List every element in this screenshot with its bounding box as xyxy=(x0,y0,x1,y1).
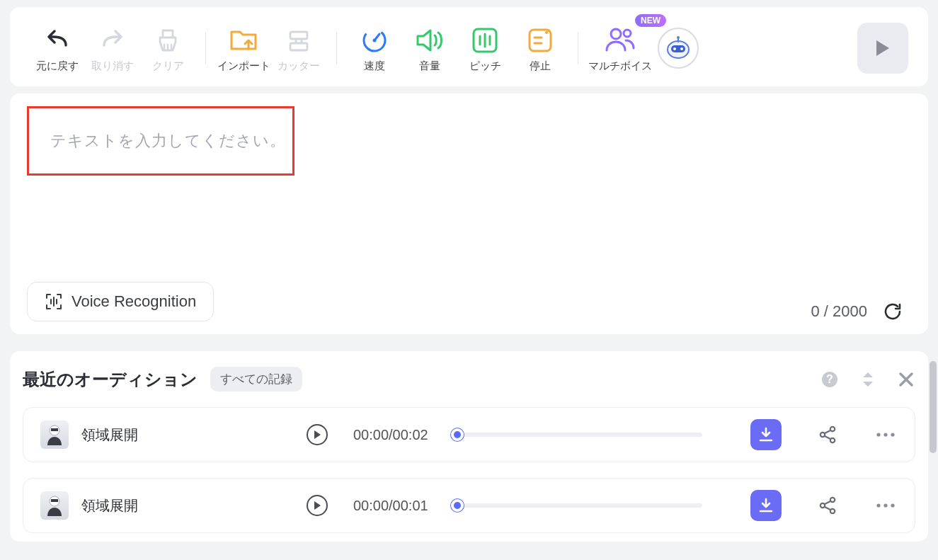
pitch-label: ピッチ xyxy=(469,59,501,73)
download-icon xyxy=(758,427,774,442)
play-icon xyxy=(313,430,321,440)
share-icon xyxy=(818,425,837,445)
play-button[interactable] xyxy=(857,23,908,74)
more-button[interactable] xyxy=(874,423,898,447)
import-label: インポート xyxy=(217,59,270,73)
help-icon: ? xyxy=(820,370,839,389)
audition-time: 00:00/00:02 xyxy=(353,427,428,443)
svg-point-19 xyxy=(830,427,835,431)
help-button[interactable]: ? xyxy=(820,370,839,389)
new-badge: NEW xyxy=(635,14,666,27)
toolbar-group-audio: 速度 音量 ピッチ 停止 xyxy=(347,24,568,73)
more-button[interactable] xyxy=(874,493,898,518)
svg-point-12 xyxy=(680,47,683,50)
svg-point-23 xyxy=(891,433,894,436)
svg-point-30 xyxy=(883,503,887,507)
divider xyxy=(205,32,206,64)
audition-name: 領域展開 xyxy=(81,496,265,515)
play-icon xyxy=(313,501,321,510)
audition-row: 領域展開 00:00/00:01 xyxy=(23,478,915,533)
svg-point-11 xyxy=(673,47,676,50)
svg-point-20 xyxy=(830,438,835,442)
undo-button[interactable]: 元に戻す xyxy=(30,24,85,73)
pitch-icon xyxy=(469,24,501,57)
count-sep: / xyxy=(820,302,833,320)
auditions-title: 最近のオーディション xyxy=(23,368,198,391)
svg-rect-1 xyxy=(290,43,307,50)
count-max: 2000 xyxy=(833,302,867,320)
redo-label: 取り消す xyxy=(91,59,134,73)
speed-label: 速度 xyxy=(364,59,385,73)
audition-play-button[interactable] xyxy=(307,495,328,516)
undo-icon xyxy=(41,24,74,57)
svg-rect-25 xyxy=(51,499,58,502)
close-button[interactable] xyxy=(897,370,915,389)
cutter-label: カッター xyxy=(278,59,320,73)
download-button[interactable] xyxy=(750,490,782,521)
share-button[interactable] xyxy=(816,493,840,518)
svg-point-8 xyxy=(624,30,631,37)
svg-point-7 xyxy=(611,29,621,39)
svg-point-22 xyxy=(883,433,887,436)
more-icon xyxy=(876,503,896,508)
toolbar: 元に戻す 取り消す クリア インポート カッター xyxy=(10,7,928,86)
divider xyxy=(578,32,578,64)
audition-play-button[interactable] xyxy=(307,424,328,445)
pause-button[interactable]: 停止 xyxy=(513,24,568,73)
audition-progress[interactable] xyxy=(454,433,702,437)
speed-icon xyxy=(358,24,391,57)
sort-icon xyxy=(861,371,875,388)
svg-point-27 xyxy=(830,498,835,502)
toolbar-group-history: 元に戻す 取り消す クリア xyxy=(30,24,195,73)
audition-avatar xyxy=(40,421,69,449)
audition-time: 00:00/00:01 xyxy=(353,498,428,514)
auditions-list: 領域展開 00:00/00:02 領域展開 00:0 xyxy=(23,407,915,533)
editor-panel: テキストを入力してください。 Voice Recognition 0 / 200… xyxy=(10,93,928,334)
undo-label: 元に戻す xyxy=(36,59,79,73)
svg-point-3 xyxy=(373,38,377,42)
redo-icon xyxy=(96,24,129,57)
sort-button[interactable] xyxy=(859,370,877,389)
pause-icon xyxy=(524,24,556,57)
progress-knob[interactable] xyxy=(451,499,464,512)
auditions-header: 最近のオーディション すべての記録 ? xyxy=(23,367,915,392)
text-input-highlight[interactable]: テキストを入力してください。 xyxy=(27,106,294,176)
audition-progress[interactable] xyxy=(454,503,702,508)
multivoice-icon xyxy=(604,24,636,57)
redo-button[interactable]: 取り消す xyxy=(85,24,140,73)
voice-recognition-button[interactable]: Voice Recognition xyxy=(27,282,214,321)
close-icon xyxy=(898,372,914,387)
cutter-button[interactable]: カッター xyxy=(271,24,326,73)
volume-label: 音量 xyxy=(419,59,440,73)
cutter-icon xyxy=(282,24,315,57)
voice-recognition-label: Voice Recognition xyxy=(72,292,196,311)
download-icon xyxy=(758,498,774,513)
volume-button[interactable]: 音量 xyxy=(402,24,457,73)
brush-icon xyxy=(151,24,184,57)
text-input-placeholder: テキストを入力してください。 xyxy=(50,130,286,152)
svg-point-29 xyxy=(876,503,880,507)
progress-knob[interactable] xyxy=(451,428,464,441)
audition-row: 領域展開 00:00/00:02 xyxy=(23,407,915,462)
refresh-icon xyxy=(883,302,903,321)
more-icon xyxy=(876,432,896,438)
pitch-button[interactable]: ピッチ xyxy=(457,24,513,73)
clear-button[interactable]: クリア xyxy=(140,24,195,73)
editor-footer: Voice Recognition 0 / 2000 xyxy=(27,282,911,321)
download-button[interactable] xyxy=(750,419,782,450)
share-button[interactable] xyxy=(816,423,840,447)
import-button[interactable]: インポート xyxy=(216,24,271,73)
refresh-button[interactable] xyxy=(883,302,903,321)
toolbar-group-import: インポート カッター xyxy=(216,24,326,73)
divider xyxy=(336,32,337,64)
svg-point-13 xyxy=(677,36,680,39)
play-icon xyxy=(874,39,891,57)
audition-name: 領域展開 xyxy=(81,425,265,445)
voice-avatar[interactable] xyxy=(658,28,699,69)
all-records-button[interactable]: すべての記録 xyxy=(210,367,302,392)
clear-label: クリア xyxy=(152,59,184,73)
multivoice-button[interactable]: NEW マルチボイス xyxy=(588,24,652,73)
speed-button[interactable]: 速度 xyxy=(347,24,402,73)
scrollbar-thumb[interactable] xyxy=(930,361,937,453)
share-icon xyxy=(818,496,837,515)
